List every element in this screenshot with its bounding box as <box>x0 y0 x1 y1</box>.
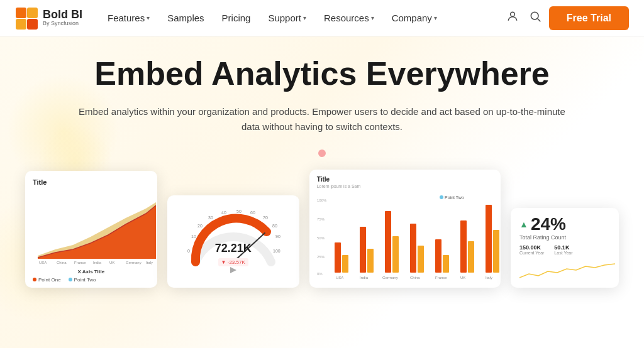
svg-point-54 <box>440 195 443 199</box>
bar-chart-card: Title Lorem ipsum is a Sam 100% 75% 50% … <box>309 170 501 288</box>
logo[interactable]: Bold BI By Syncfusion <box>15 7 82 30</box>
logo-brand: Bold BI <box>43 9 82 21</box>
legend-dot-2 <box>69 278 72 281</box>
chevron-down-icon: ▾ <box>147 14 150 21</box>
svg-text:40: 40 <box>221 210 226 215</box>
logo-text: Bold BI By Syncfusion <box>43 9 82 28</box>
svg-text:0%: 0% <box>317 272 323 276</box>
hero-dot <box>318 150 326 157</box>
bar-chart-svg: 100% 75% 50% 25% 0% <box>317 192 501 280</box>
svg-text:0: 0 <box>187 249 190 253</box>
svg-text:30: 30 <box>208 215 213 220</box>
svg-line-6 <box>538 19 541 22</box>
nav-samples[interactable]: Samples <box>167 13 204 23</box>
area-chart-svg: USA China France India UK Germany Italy <box>33 190 156 265</box>
svg-text:India: India <box>93 261 102 264</box>
svg-text:Germany: Germany <box>382 276 398 280</box>
svg-text:UK: UK <box>109 261 114 264</box>
svg-text:70: 70 <box>263 215 268 220</box>
svg-rect-42 <box>443 255 449 273</box>
gauge-wrap: 0 10 20 30 40 50 60 70 80 90 100 <box>180 205 287 278</box>
logo-sub: By Syncfusion <box>43 21 82 27</box>
chevron-down-icon: ▾ <box>303 14 306 21</box>
svg-text:60: 60 <box>250 210 255 215</box>
svg-rect-41 <box>435 239 441 273</box>
svg-text:China: China <box>410 276 420 280</box>
kpi-card: ▲ 24% Total Rating Count 150.00K Current… <box>511 208 619 288</box>
svg-rect-2 <box>16 19 26 30</box>
nav-features[interactable]: Features ▾ <box>108 13 150 23</box>
nav-links: Features ▾ Samples Pricing Support ▾ Res… <box>108 13 506 23</box>
svg-rect-33 <box>335 242 341 273</box>
nav-pricing[interactable]: Pricing <box>222 13 251 23</box>
area-chart-legend: Point One Point Two <box>33 277 150 283</box>
free-trial-button[interactable]: Free Trial <box>549 6 629 30</box>
gauge-card: 0 10 20 30 40 50 60 70 80 90 100 <box>167 195 299 288</box>
hero-subtitle: Embed analytics within your organization… <box>77 104 567 134</box>
svg-rect-1 <box>27 8 38 18</box>
svg-point-4 <box>511 12 515 16</box>
x-axis-title: X Axis Title <box>33 269 150 275</box>
svg-rect-46 <box>493 230 499 273</box>
svg-rect-0 <box>16 8 26 18</box>
gauge-value: 72.21K ▼ -23.57K <box>215 242 252 266</box>
svg-text:90: 90 <box>275 234 280 239</box>
svg-text:20: 20 <box>197 224 203 228</box>
svg-rect-36 <box>367 249 374 273</box>
hero-title: Embed Analytics Everywhere <box>25 55 619 93</box>
svg-text:25%: 25% <box>317 255 325 259</box>
hero-section: Embed Analytics Everywhere Embed analyti… <box>0 36 644 348</box>
svg-text:UK: UK <box>460 276 465 280</box>
navbar: Bold BI By Syncfusion Features ▾ Samples… <box>0 0 644 36</box>
svg-point-5 <box>531 12 538 19</box>
nav-icon-group <box>506 10 541 26</box>
svg-text:India: India <box>360 276 369 280</box>
svg-rect-44 <box>468 241 474 273</box>
svg-text:Italy: Italy <box>486 276 492 280</box>
search-icon-button[interactable] <box>529 10 541 26</box>
dashboard-preview: Title USA China France India UK Germany … <box>25 170 619 288</box>
svg-text:USA: USA <box>39 261 47 264</box>
svg-text:100: 100 <box>273 249 280 253</box>
svg-text:75%: 75% <box>317 217 325 221</box>
kpi-label: Total Rating Count <box>519 234 610 241</box>
bar-chart-title: Title <box>317 176 493 183</box>
svg-text:France: France <box>435 276 447 280</box>
svg-text:100%: 100% <box>317 198 327 202</box>
svg-text:China: China <box>57 261 67 264</box>
svg-rect-3 <box>27 19 38 30</box>
kpi-last-year: 50.1K Last Year <box>554 244 572 255</box>
kpi-current-year: 150.00K Current Year <box>519 244 544 255</box>
svg-text:10: 10 <box>191 234 196 239</box>
svg-rect-43 <box>460 220 467 273</box>
svg-text:USA: USA <box>336 276 343 280</box>
svg-text:80: 80 <box>272 224 277 228</box>
sparkline-svg <box>519 260 615 280</box>
chevron-down-icon: ▾ <box>434 14 437 21</box>
svg-text:Point Two: Point Two <box>445 195 464 200</box>
svg-rect-37 <box>385 211 391 273</box>
legend-dot-1 <box>33 278 36 281</box>
area-chart-card: Title USA China France India UK Germany … <box>25 171 157 288</box>
svg-marker-27 <box>230 267 236 273</box>
user-icon-button[interactable] <box>506 10 519 26</box>
svg-rect-38 <box>392 236 399 273</box>
nav-support[interactable]: Support ▾ <box>268 13 306 23</box>
kpi-arrow-icon: ▲ <box>519 219 528 229</box>
svg-text:50: 50 <box>236 209 242 214</box>
svg-text:50%: 50% <box>317 236 325 240</box>
svg-text:Italy: Italy <box>146 261 153 264</box>
svg-rect-34 <box>342 255 348 273</box>
kpi-percent: ▲ 24% <box>519 214 610 234</box>
svg-text:Germany: Germany <box>126 261 142 264</box>
nav-resources[interactable]: Resources ▾ <box>324 13 374 23</box>
chevron-down-icon: ▾ <box>371 14 374 21</box>
svg-rect-45 <box>486 205 492 273</box>
nav-company[interactable]: Company ▾ <box>392 13 437 23</box>
svg-rect-35 <box>360 227 366 273</box>
bar-chart-subtitle: Lorem ipsum is a Sam <box>317 184 493 188</box>
svg-rect-40 <box>418 246 424 273</box>
logo-icon <box>15 7 38 30</box>
area-chart-title: Title <box>33 178 150 186</box>
kpi-stats: 150.00K Current Year 50.1K Last Year <box>519 244 610 255</box>
